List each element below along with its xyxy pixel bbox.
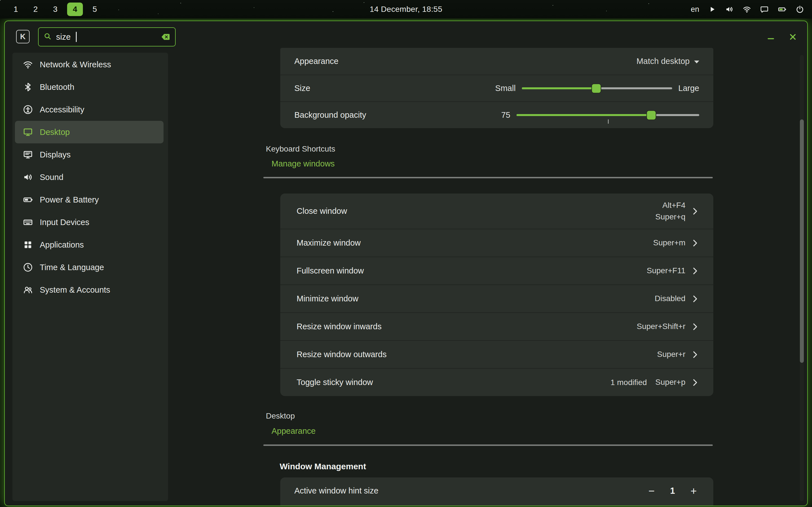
- hint-size-stepper: − 1 +: [646, 486, 699, 496]
- appearance-dropdown[interactable]: Match desktop: [637, 57, 699, 66]
- slider-max-label: Large: [678, 83, 699, 93]
- row-label: Appearance: [294, 57, 338, 66]
- sidebar-item-accessibility[interactable]: Accessibility: [15, 98, 163, 121]
- shortcut-binding: Super+Shift+r: [637, 321, 686, 332]
- section-divider: [263, 177, 713, 178]
- sidebar-item-label: Accessibility: [40, 105, 84, 114]
- chevron-right-icon: [693, 295, 698, 303]
- shortcut-binding: Disabled: [655, 293, 686, 304]
- sidebar-item-power-battery[interactable]: Power & Battery: [15, 188, 163, 211]
- sidebar-item-input-devices[interactable]: Input Devices: [15, 211, 163, 233]
- power-icon[interactable]: [796, 5, 804, 13]
- sidebar-item-label: Sound: [40, 173, 63, 182]
- slider-handle[interactable]: [591, 83, 601, 93]
- shortcut-binding: Super+p: [655, 377, 686, 388]
- sidebar-item-applications[interactable]: Applications: [15, 233, 163, 256]
- shortcut-row-minimize-window[interactable]: Minimize window Disabled: [280, 284, 713, 313]
- slider-handle[interactable]: [647, 110, 656, 120]
- shortcut-row-close-window[interactable]: Close window Alt+F4 Super+q: [280, 193, 713, 229]
- workspace-button-5[interactable]: 5: [87, 3, 103, 16]
- settings-row-size: Size Small Large: [280, 75, 713, 101]
- sidebar-item-desktop[interactable]: Desktop: [15, 121, 163, 144]
- settings-row-appearance: Appearance Match desktop: [280, 48, 713, 75]
- slider-default-tick: [608, 119, 609, 124]
- shortcut-label: Toggle sticky window: [297, 378, 373, 387]
- scrollbar-thumb[interactable]: [800, 119, 804, 363]
- opacity-slider-group: 75: [501, 110, 699, 120]
- shortcut-label: Resize window outwards: [297, 350, 387, 359]
- workspace-button-2[interactable]: 2: [28, 3, 43, 16]
- app-logo[interactable]: K: [16, 30, 30, 43]
- keyboard-layout-indicator[interactable]: en: [691, 5, 699, 14]
- bluetooth-icon: [23, 82, 33, 92]
- desktop: 1 2 3 4 5 14 December, 18:55 en: [0, 0, 812, 507]
- window-management-heading: Window Management: [280, 460, 366, 472]
- stepper-value: 1: [670, 486, 675, 496]
- sidebar-item-network-wireless[interactable]: Network & Wireless: [15, 53, 163, 76]
- speaker-icon: [23, 172, 33, 182]
- link-manage-windows[interactable]: Manage windows: [271, 158, 335, 169]
- sidebar-item-label: Applications: [40, 240, 84, 249]
- chevron-right-icon: [693, 351, 698, 358]
- shortcut-binding: Super+r: [657, 349, 686, 360]
- clear-search-icon[interactable]: [161, 33, 170, 41]
- increase-button[interactable]: +: [688, 486, 699, 496]
- shortcut-label: Fullscreen window: [297, 266, 364, 276]
- chevron-down-icon: [694, 61, 699, 63]
- decrease-button[interactable]: −: [646, 486, 657, 496]
- chevron-right-icon: [693, 239, 698, 247]
- window-management-card: Active window hint size − 1 +: [280, 477, 713, 506]
- media-play-icon[interactable]: [708, 5, 716, 13]
- sidebar: Network & Wireless Bluetooth Accessibili…: [12, 53, 168, 501]
- settings-window: K size Network & Wireless: [4, 20, 808, 506]
- slider-fill: [516, 114, 651, 116]
- clock-icon: [23, 262, 33, 272]
- shortcut-binding: Super+F11: [647, 265, 686, 277]
- dropdown-value: Match desktop: [637, 57, 690, 66]
- search-value: size: [56, 33, 71, 42]
- row-label: Size: [294, 83, 310, 93]
- sidebar-item-displays[interactable]: Displays: [15, 144, 163, 166]
- workspace-button-1[interactable]: 1: [8, 3, 24, 16]
- sidebar-item-system-accounts[interactable]: System & Accounts: [15, 279, 163, 301]
- sidebar-item-sound[interactable]: Sound: [15, 166, 163, 188]
- search-input[interactable]: size: [38, 27, 175, 47]
- shortcut-row-resize-window-inwards[interactable]: Resize window inwards Super+Shift+r: [280, 313, 713, 340]
- search-icon: [44, 33, 52, 41]
- background-opacity-slider[interactable]: [516, 114, 699, 116]
- size-slider[interactable]: [522, 87, 672, 89]
- shortcut-label: Minimize window: [297, 294, 358, 303]
- sidebar-item-time-language[interactable]: Time & Language: [15, 256, 163, 279]
- workspace-button-4-active[interactable]: 4: [67, 3, 83, 16]
- wifi-icon[interactable]: [743, 5, 751, 13]
- volume-icon[interactable]: [725, 5, 733, 13]
- workspace-button-3[interactable]: 3: [47, 3, 63, 16]
- desktop-icon: [23, 127, 33, 137]
- battery-icon[interactable]: [777, 5, 786, 13]
- row-label: Active window hint size: [294, 486, 378, 496]
- clock[interactable]: 14 December, 18:55: [370, 5, 442, 14]
- system-tray: en: [691, 5, 804, 14]
- minimize-button[interactable]: [764, 31, 777, 43]
- shortcut-binding: Alt+F4: [662, 200, 686, 211]
- link-appearance[interactable]: Appearance: [271, 425, 315, 437]
- shortcut-row-toggle-sticky-window[interactable]: Toggle sticky window 1 modified Super+p: [280, 368, 713, 396]
- text-caret: [76, 32, 77, 42]
- close-button[interactable]: [786, 31, 799, 43]
- sidebar-item-label: Power & Battery: [40, 195, 99, 205]
- shortcut-label: Resize window inwards: [297, 322, 382, 331]
- shortcut-binding: Super+q: [655, 211, 686, 223]
- shortcut-row-fullscreen-window[interactable]: Fullscreen window Super+F11: [280, 257, 713, 284]
- section-label-desktop: Desktop: [266, 410, 295, 421]
- shortcut-row-maximize-window[interactable]: Maximize window Super+m: [280, 229, 713, 257]
- scrollbar-track[interactable]: [800, 55, 804, 501]
- settings-row-active-window-hint-size: Active window hint size − 1 +: [280, 477, 713, 504]
- displays-icon: [23, 150, 33, 160]
- slider-min-label: Small: [495, 83, 516, 93]
- battery-icon: [23, 194, 33, 205]
- sidebar-item-bluetooth[interactable]: Bluetooth: [15, 76, 163, 98]
- shortcut-binding: Super+m: [653, 237, 686, 249]
- shortcut-row-resize-window-outwards[interactable]: Resize window outwards Super+r: [280, 340, 713, 368]
- sidebar-item-label: Input Devices: [40, 218, 89, 227]
- chat-icon[interactable]: [760, 5, 769, 13]
